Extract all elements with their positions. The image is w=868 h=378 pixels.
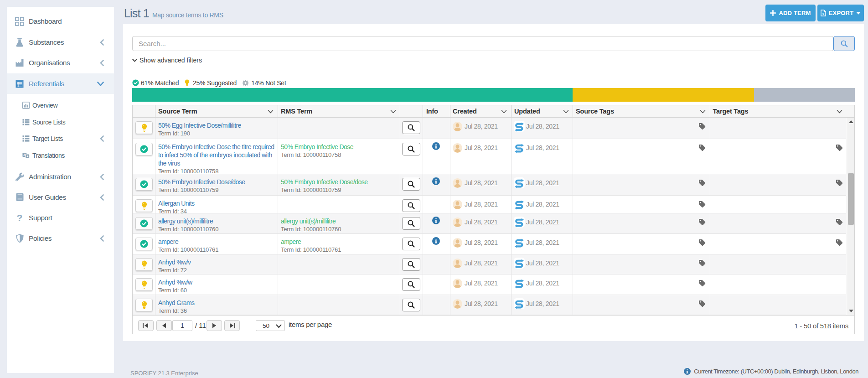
- svg-text:A: A: [23, 153, 26, 156]
- svg-text:x: x: [822, 12, 824, 16]
- svg-text:★: ★: [26, 155, 29, 158]
